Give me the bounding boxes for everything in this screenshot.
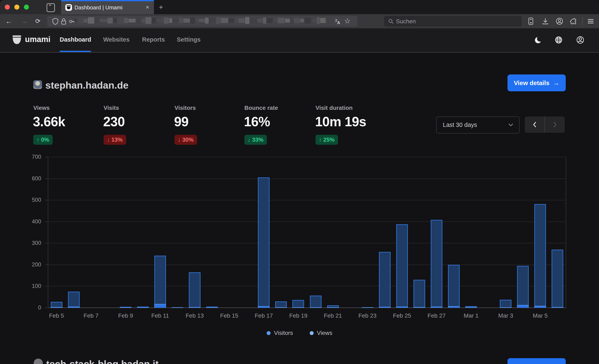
- url-bar[interactable]: 文 A ☆: [47, 16, 358, 27]
- bar-visitors-feb-24[interactable]: [379, 307, 391, 308]
- bar-visitors-feb-19[interactable]: [292, 307, 304, 308]
- bar-visitors-mar-1[interactable]: [465, 307, 477, 308]
- bar-visitors-feb-14[interactable]: [206, 307, 218, 308]
- window-minimize-button[interactable]: [14, 5, 19, 9]
- tab-close-icon[interactable]: ×: [144, 4, 151, 11]
- bar-visitors-feb-26[interactable]: [414, 307, 425, 308]
- profile-button[interactable]: [576, 35, 585, 44]
- browser-toolbar: ← → ⟳ 文 A ☆: [0, 14, 599, 29]
- blur-block: [142, 18, 145, 23]
- window-zoom-button[interactable]: [24, 5, 29, 9]
- blurred-url-text: [74, 17, 336, 25]
- blur-block: [100, 19, 107, 22]
- date-range-select[interactable]: Last 30 days: [436, 116, 520, 133]
- bar-visitors-feb-11[interactable]: [154, 304, 166, 308]
- next-site-title: tech-stack-blog.hadan.it: [46, 358, 159, 364]
- legend-dot-views: [310, 331, 314, 335]
- translate-icon[interactable]: 文 A: [334, 18, 341, 25]
- back-icon[interactable]: ←: [5, 17, 13, 25]
- language-button[interactable]: [554, 35, 563, 44]
- bar-visitors-mar-4[interactable]: [517, 305, 529, 308]
- dark-mode-toggle[interactable]: [534, 35, 543, 44]
- bar-views-feb-28[interactable]: [448, 265, 460, 308]
- bar-visitors-feb-6[interactable]: [68, 307, 80, 308]
- nav-item-websites[interactable]: Websites: [103, 36, 130, 43]
- visitors-views-chart[interactable]: [48, 157, 566, 308]
- firefox-view-icon[interactable]: [527, 17, 535, 25]
- bar-visitors-feb-5[interactable]: [51, 307, 62, 308]
- x-tick-feb-19: Feb 19: [289, 312, 308, 319]
- window-close-button[interactable]: [5, 5, 10, 9]
- download-icon[interactable]: [541, 17, 549, 25]
- forward-icon[interactable]: →: [20, 17, 28, 25]
- legend-item-visitors[interactable]: Visitors: [267, 330, 293, 336]
- extensions-icon[interactable]: [570, 17, 578, 25]
- metric-label-visit-duration: Visit duration: [316, 105, 352, 111]
- bar-views-mar-4[interactable]: [517, 266, 529, 308]
- nav-item-dashboard[interactable]: Dashboard: [60, 36, 91, 43]
- legend-item-views[interactable]: Views: [310, 330, 332, 336]
- bar-views-feb-13[interactable]: [189, 272, 201, 308]
- blur-block: [117, 17, 123, 24]
- search-bar[interactable]: Suchen: [384, 16, 522, 27]
- bar-visitors-feb-25[interactable]: [396, 307, 408, 308]
- gridline-600: [48, 178, 566, 179]
- bar-views-feb-6[interactable]: [68, 292, 80, 308]
- bar-views-feb-18[interactable]: [275, 302, 287, 308]
- bar-visitors-mar-6[interactable]: [552, 307, 563, 308]
- bar-views-feb-27[interactable]: [431, 220, 442, 308]
- nav-item-settings[interactable]: Settings: [177, 36, 201, 43]
- bar-visitors-feb-27[interactable]: [431, 307, 442, 308]
- bar-visitors-feb-9[interactable]: [120, 307, 132, 308]
- bar-visitors-feb-20[interactable]: [310, 307, 322, 308]
- blur-block: [152, 18, 156, 23]
- bar-visitors-mar-3[interactable]: [500, 307, 511, 308]
- reload-icon[interactable]: ⟳: [34, 17, 42, 25]
- bar-views-feb-17[interactable]: [258, 178, 270, 308]
- y-tick-0: 0: [29, 304, 41, 311]
- bar-visitors-feb-17[interactable]: [258, 306, 270, 308]
- prev-period-button[interactable]: [525, 116, 545, 133]
- date-pager: [525, 116, 565, 133]
- profile-icon: [576, 35, 585, 44]
- bar-visitors-feb-23[interactable]: [362, 307, 373, 308]
- blur-block: [216, 17, 220, 24]
- bar-visitors-feb-13[interactable]: [189, 307, 201, 308]
- x-tick-feb-9: Feb 9: [118, 312, 133, 319]
- bar-views-feb-20[interactable]: [310, 296, 322, 308]
- browser-tab-active[interactable]: Dashboard | Umami ×: [61, 0, 154, 14]
- next-view-details-button[interactable]: View details: [508, 358, 566, 364]
- blur-block: [238, 18, 245, 23]
- x-tick-feb-7: Feb 7: [84, 312, 99, 319]
- bar-views-mar-6[interactable]: [552, 250, 563, 308]
- nav-item-reports[interactable]: Reports: [142, 36, 165, 43]
- bar-views-feb-25[interactable]: [396, 224, 408, 308]
- blur-block: [205, 18, 209, 24]
- bar-views-feb-19[interactable]: [292, 300, 304, 308]
- bar-visitors-feb-12[interactable]: [172, 307, 183, 308]
- search-placeholder: Suchen: [396, 18, 416, 25]
- sidebar-toggle-icon[interactable]: [47, 3, 55, 12]
- bookmark-star-icon[interactable]: ☆: [344, 17, 351, 25]
- menu-hamburger-icon[interactable]: [587, 17, 595, 25]
- bar-visitors-feb-21[interactable]: [327, 307, 339, 308]
- blur-block: [290, 17, 293, 24]
- new-tab-button[interactable]: +: [157, 3, 165, 11]
- bar-visitors-feb-28[interactable]: [448, 306, 460, 308]
- next-period-button[interactable]: [545, 116, 565, 133]
- x-tick-feb-21: Feb 21: [324, 312, 342, 319]
- bar-views-feb-26[interactable]: [414, 280, 425, 308]
- view-details-button[interactable]: View details →: [508, 74, 566, 91]
- bar-visitors-feb-10[interactable]: [137, 307, 149, 308]
- bar-views-feb-24[interactable]: [379, 252, 391, 308]
- blur-block: [129, 19, 136, 22]
- account-icon[interactable]: [555, 17, 564, 25]
- bar-views-mar-5[interactable]: [534, 204, 546, 308]
- bar-views-feb-11[interactable]: [154, 256, 166, 308]
- bar-views-mar-3[interactable]: [500, 300, 511, 308]
- blur-block: [257, 18, 263, 22]
- bar-visitors-feb-18[interactable]: [275, 307, 287, 308]
- x-tick-mar-5: Mar 5: [533, 312, 548, 319]
- bar-visitors-mar-5[interactable]: [534, 306, 546, 308]
- y-tick-200: 200: [29, 261, 41, 268]
